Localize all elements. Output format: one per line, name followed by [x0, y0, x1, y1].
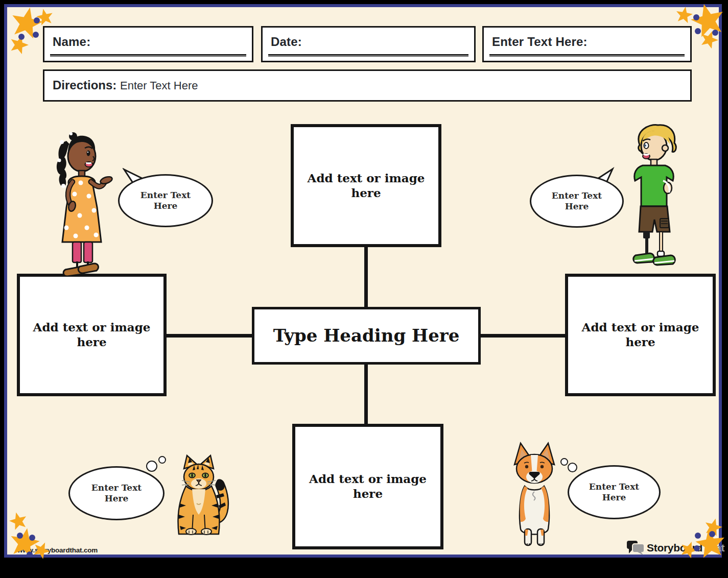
thought-bubble-dot [158, 456, 166, 464]
heading-placeholder-text[interactable]: Type Heading Here [259, 325, 474, 347]
star-cluster-icon [3, 510, 64, 561]
thought-bubble-dot [568, 463, 577, 472]
name-underline [50, 54, 246, 57]
extra-text-underline [489, 54, 685, 57]
speech-bubble-girl[interactable]: Enter Text Here [118, 174, 213, 227]
directions-label: Directions: [53, 78, 116, 92]
node-placeholder-text[interactable]: Add text or image here [577, 320, 704, 350]
thought-bubble-dot [146, 461, 157, 472]
thought-bubble-dog[interactable]: Enter Text Here [568, 465, 661, 519]
connector-line-right [479, 334, 567, 338]
star-cluster-icon [662, 3, 726, 62]
bubble-placeholder-text[interactable]: Enter Text Here [87, 483, 146, 504]
directions-placeholder-text[interactable]: Enter Text Here [120, 79, 198, 92]
star-cluster-icon [671, 518, 728, 566]
dog-character-illustration [506, 441, 562, 549]
node-placeholder-text[interactable]: Add text or image here [28, 320, 156, 350]
bubble-placeholder-text[interactable]: Enter Text Here [584, 481, 644, 503]
name-field-box[interactable]: Name: [43, 26, 253, 62]
bubble-placeholder-text[interactable]: Enter Text Here [547, 190, 606, 212]
girl-character-illustration [49, 130, 113, 276]
star-cluster-icon [3, 3, 64, 63]
cat-character-illustration [166, 453, 233, 546]
diagram-center-heading-box[interactable]: Type Heading Here [252, 307, 481, 365]
thought-bubble-dot [560, 458, 568, 466]
boy-character-illustration [627, 123, 685, 274]
extra-text-field-box[interactable]: Enter Text Here: [482, 26, 692, 62]
thought-bubble-cat[interactable]: Enter Text Here [68, 466, 165, 520]
date-underline [268, 54, 468, 57]
connector-line-top [364, 245, 368, 310]
date-field-box[interactable]: Date: [261, 26, 476, 62]
extra-text-label: Enter Text Here: [492, 35, 588, 49]
diagram-node-bottom[interactable]: Add text or image here [292, 424, 443, 549]
date-label: Date: [271, 35, 302, 49]
speech-bubbles-icon [626, 540, 645, 556]
node-placeholder-text[interactable]: Add text or image here [304, 472, 432, 501]
speech-bubble-boy[interactable]: Enter Text Here [530, 175, 624, 228]
diagram-node-right[interactable]: Add text or image here [565, 274, 716, 396]
directions-box[interactable]: Directions: Enter Text Here [43, 69, 692, 102]
diagram-node-top[interactable]: Add text or image here [291, 124, 441, 247]
bubble-placeholder-text[interactable]: Enter Text Here [136, 190, 195, 212]
connector-line-bottom [364, 363, 368, 427]
node-placeholder-text[interactable]: Add text or image here [302, 171, 430, 201]
connector-line-left [165, 334, 254, 338]
worksheet-page: Name: Date: Enter Text Here: Directions:… [4, 4, 722, 558]
diagram-node-left[interactable]: Add text or image here [17, 274, 167, 396]
